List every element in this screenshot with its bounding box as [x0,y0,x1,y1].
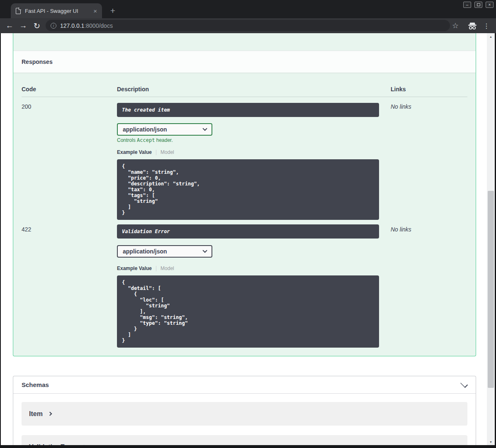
media-type-select[interactable]: application/json [117,245,212,258]
column-header-code: Code [22,86,117,93]
chevron-down-icon [202,126,207,131]
browser-toolbar: ← → ↻ i 127.0.0.1:8000/docs ☆ ⋮ [0,18,496,33]
example-json-200: { "name": "string", "price": 0, "descrip… [117,159,379,220]
tab-separator [156,150,156,155]
site-info-icon[interactable]: i [51,23,56,29]
maximize-button[interactable] [474,2,482,8]
minimize-button[interactable]: – [463,2,471,8]
reload-button[interactable]: ↻ [31,18,43,33]
response-code: 422 [22,226,31,233]
tab-model[interactable]: Model [160,265,174,271]
bookmark-star-icon[interactable]: ☆ [450,18,460,33]
tab-example-value[interactable]: Example Value [117,265,152,271]
window-controls: – × [463,2,494,8]
opblock-upper-area [13,33,476,51]
response-code: 200 [22,103,31,110]
back-button[interactable]: ← [3,18,16,33]
tab-strip: Fast API - Swagger UI × + – × [0,0,496,18]
chevron-right-icon [48,412,52,416]
schemas-header[interactable]: Schemas [13,376,476,394]
tab-title: Fast API - Swagger UI [25,8,89,14]
maximize-icon [477,3,480,6]
tab-model[interactable]: Model [160,149,174,155]
schema-item[interactable]: Item [22,402,467,426]
schemas-body: Item ValidationError [13,394,476,445]
example-model-tabs: Example Value Model [117,149,391,155]
schema-validationerror[interactable]: ValidationError [22,435,467,445]
forward-button[interactable]: → [17,18,29,33]
browser-menu-icon[interactable]: ⋮ [481,18,492,33]
page-viewport: Responses Code Description Links 200 The… [1,33,495,445]
responses-table: Code Description Links 200 The created i… [13,73,476,356]
url-path: :8000/docs [84,22,113,29]
close-button[interactable]: × [486,2,494,8]
tab-separator [156,266,156,271]
page-favicon-icon [16,8,21,14]
scrollbar[interactable]: ▲ ▼ [487,33,495,445]
response-description: The created item [117,103,379,117]
links-value: No links [391,226,411,233]
address-bar[interactable]: i 127.0.0.1:8000/docs [46,20,450,31]
chevron-down-icon[interactable] [460,380,468,387]
tab-example-value[interactable]: Example Value [117,149,152,155]
responses-title: Responses [22,58,53,65]
new-tab-button[interactable]: + [107,5,119,17]
opblock-post: Responses Code Description Links 200 The… [13,33,476,356]
example-json-422: { "detail": [ { "loc": [ "string" ], "ms… [117,275,379,348]
schemas-section: Schemas Item ValidationError [13,376,476,445]
accept-header-note: Controls Accept header. [117,137,391,143]
responses-table-header: Code Description Links [22,86,467,97]
media-type-select[interactable]: application/json [117,123,212,136]
schemas-title: Schemas [22,381,49,388]
responses-section-header: Responses [13,51,476,73]
scrollbar-thumb[interactable] [488,191,494,388]
incognito-icon [466,18,479,33]
response-row-200: 200 The created item application/json Co… [22,97,467,220]
chevron-down-icon [202,248,207,253]
example-model-tabs: Example Value Model [117,265,391,271]
browser-tab[interactable]: Fast API - Swagger UI × [11,3,102,18]
scroll-down-icon[interactable]: ▼ [487,438,495,445]
tab-close-icon[interactable]: × [93,8,97,14]
scroll-up-icon[interactable]: ▲ [487,33,495,40]
column-header-links: Links [391,86,467,93]
url-host: 127.0.0.1 [60,22,84,29]
links-value: No links [391,103,411,110]
column-header-description: Description [117,86,391,93]
response-row-422: 422 Validation Error application/json Ex… [22,220,467,348]
response-description: Validation Error [117,224,379,239]
